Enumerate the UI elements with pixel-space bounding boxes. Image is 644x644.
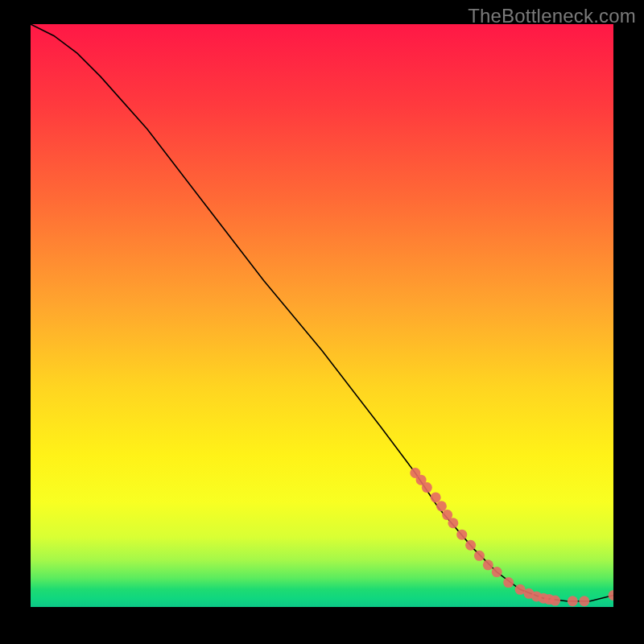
- curve-line: [31, 24, 613, 601]
- marker-layer: [410, 468, 613, 606]
- marker-dot: [474, 551, 485, 561]
- marker-dot: [436, 501, 447, 511]
- marker-dot: [568, 596, 578, 606]
- marker-dot: [492, 567, 502, 577]
- plot-area: [31, 24, 613, 607]
- marker-dot: [483, 559, 493, 570]
- marker-dot: [503, 577, 514, 588]
- chart-overlay: [31, 24, 613, 607]
- marker-dot: [579, 596, 589, 606]
- marker-dot: [448, 518, 458, 528]
- marker-dot: [456, 530, 467, 540]
- chart-frame: TheBottleneck.com: [0, 0, 644, 644]
- marker-dot: [465, 540, 476, 551]
- marker-dot: [609, 590, 614, 601]
- marker-dot: [550, 596, 560, 606]
- marker-dot: [422, 482, 432, 493]
- marker-dot: [431, 492, 441, 502]
